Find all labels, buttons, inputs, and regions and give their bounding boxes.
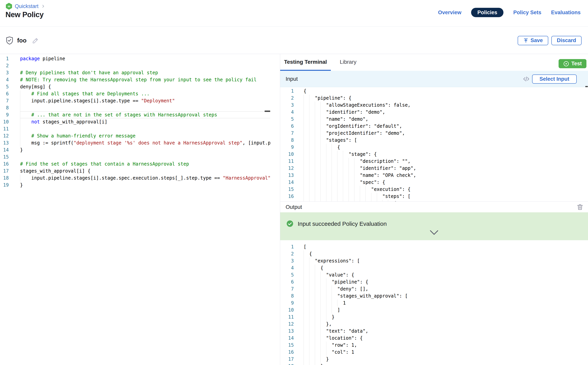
tab-evaluations[interactable]: Evaluations xyxy=(551,8,581,17)
code-line[interactable]: 18} xyxy=(280,363,588,365)
indent-guide xyxy=(343,193,349,200)
code-token: { xyxy=(321,265,323,271)
tab-policy-sets[interactable]: Policy Sets xyxy=(513,8,541,17)
code-line[interactable]: 3"expressions": [ xyxy=(280,257,588,264)
code-token: } xyxy=(321,364,323,365)
code-line[interactable]: 5"name": "demo", xyxy=(280,116,588,123)
clear-output-trash-icon[interactable] xyxy=(576,203,584,211)
code-line[interactable]: 6# Find all stages that are Deployments … xyxy=(0,90,270,97)
code-view-icon[interactable] xyxy=(523,76,530,82)
code-line[interactable]: 3# Deny pipelines that don't have an app… xyxy=(0,69,270,76)
svg-text:∞: ∞ xyxy=(7,4,11,9)
indent-guide xyxy=(304,314,309,321)
code-line[interactable]: 7input.pipeline.stages[i].stage.type == … xyxy=(0,97,270,104)
code-line[interactable]: 2{ xyxy=(280,250,588,257)
page-title: New Policy xyxy=(6,11,44,19)
indent-guide xyxy=(321,151,326,158)
code-line[interactable]: 11} xyxy=(280,314,588,321)
code-line[interactable]: 11 xyxy=(0,125,270,132)
code-line[interactable]: 10] xyxy=(280,307,588,314)
code-line[interactable]: 8"stages_with_approval": [ xyxy=(280,293,588,300)
indent-guide xyxy=(315,186,321,193)
chevron-down-icon[interactable] xyxy=(430,230,438,235)
indent-guide xyxy=(304,356,309,363)
code-line[interactable]: 12"identifier": "app", xyxy=(280,165,588,172)
indent-guide xyxy=(321,335,326,342)
code-line[interactable]: 12# Show a human-friendly error message xyxy=(0,132,270,140)
code-line[interactable]: 13msg := sprintf("deployment stage '%s' … xyxy=(0,140,270,147)
code-token: 1 xyxy=(343,300,346,306)
edit-name-icon[interactable] xyxy=(32,37,39,44)
code-line[interactable]: 4{ xyxy=(280,264,588,271)
code-line[interactable]: 10not stages_with_approval[i] xyxy=(0,118,270,125)
code-line[interactable]: 2"pipeline": { xyxy=(280,95,588,102)
code-line[interactable]: 17} xyxy=(280,356,588,363)
tab-library[interactable]: Library xyxy=(336,54,360,71)
code-line[interactable]: 18input.pipeline.stages[i].stage.spec.ex… xyxy=(0,175,270,182)
input-json-editor[interactable]: 1{2"pipeline": {3"allowStageExecutions":… xyxy=(280,87,588,201)
code-line[interactable]: 4# NOTE: Try removing the HarnessApprova… xyxy=(0,76,270,83)
code-line[interactable]: 1{ xyxy=(280,88,588,95)
code-line[interactable]: 5deny[msg] { xyxy=(0,83,270,90)
code-line[interactable]: 14} xyxy=(0,147,270,154)
indent-guide xyxy=(315,193,321,200)
code-line[interactable]: 11"description": "", xyxy=(280,158,588,165)
code-token: # Deny pipelines that don't have an appr… xyxy=(20,70,158,76)
code-line[interactable]: 10"stage": { xyxy=(280,151,588,158)
code-line[interactable]: 16"col": 1 xyxy=(280,349,588,356)
output-json-editor[interactable]: 1[2{3"expressions": [4{5"value": {6"pipe… xyxy=(280,242,588,365)
code-line[interactable]: 8 xyxy=(0,104,270,111)
code-line[interactable]: 16# Find the set of stages that contain … xyxy=(0,161,270,168)
code-line[interactable]: 6"orgIdentifier": "default", xyxy=(280,123,588,130)
indent-guide xyxy=(315,172,321,179)
code-line[interactable]: 6"pipeline": { xyxy=(280,278,588,285)
select-input-button[interactable]: Select Input xyxy=(532,75,577,84)
code-line[interactable]: 3"allowStageExecutions": false, xyxy=(280,102,588,109)
save-button[interactable]: Save xyxy=(518,36,548,45)
code-line[interactable]: 15"row": 1, xyxy=(280,342,588,349)
code-line[interactable]: 4"identifier": "demo", xyxy=(280,109,588,116)
indent-guide xyxy=(332,300,337,307)
breadcrumb-link-quickstart[interactable]: Quickstart xyxy=(15,3,39,9)
indent-guide xyxy=(315,307,321,314)
tab-testing-terminal[interactable]: Testing Terminal xyxy=(280,54,331,71)
code-line[interactable]: 16"steps": [ xyxy=(280,193,588,200)
indent-guide xyxy=(309,95,315,102)
code-line[interactable]: 13"name": "OPA check", xyxy=(280,172,588,179)
code-line[interactable]: 13"text": "data", xyxy=(280,328,588,335)
indent-guide xyxy=(382,200,388,201)
code-line[interactable]: 15 xyxy=(0,154,270,161)
indent-guide xyxy=(326,307,332,314)
test-button[interactable]: Test xyxy=(559,59,587,68)
code-line[interactable]: 17stages_with_approval[i] { xyxy=(0,168,270,175)
code-line[interactable]: 91 xyxy=(280,300,588,307)
indent-guide xyxy=(321,144,326,151)
code-line[interactable]: 17{ xyxy=(280,200,588,201)
code-line[interactable]: 12}, xyxy=(280,321,588,328)
discard-button[interactable]: Discard xyxy=(551,36,581,45)
code-line[interactable]: 7"projectIdentifier": "demo", xyxy=(280,130,588,137)
code-line[interactable]: 1package pipeline xyxy=(0,55,270,62)
code-line[interactable]: 9{ xyxy=(280,144,588,151)
line-number: 8 xyxy=(280,137,294,144)
code-line[interactable]: 15"execution": { xyxy=(280,186,588,193)
indent-guide xyxy=(321,349,326,356)
indent-guide xyxy=(360,200,365,201)
code-line[interactable]: 8"stages": [ xyxy=(280,137,588,144)
input-label: Input xyxy=(286,71,298,87)
code-line[interactable]: 1[ xyxy=(280,243,588,250)
code-token: "col": 1 xyxy=(332,349,354,355)
code-line[interactable]: 2 xyxy=(0,62,270,69)
indent-guide xyxy=(365,193,371,200)
indent-guide xyxy=(321,130,326,137)
tab-overview[interactable]: Overview xyxy=(438,8,461,17)
code-line[interactable]: 19} xyxy=(0,182,270,189)
code-line[interactable]: 7"deny": [], xyxy=(280,285,588,293)
policy-code-editor[interactable]: 1package pipeline23# Deny pipelines that… xyxy=(0,54,270,365)
code-line[interactable]: 5"value": { xyxy=(280,271,588,278)
code-line[interactable]: 14"location": { xyxy=(280,335,588,342)
tab-policies[interactable]: Policies xyxy=(471,8,503,17)
code-token: }, xyxy=(326,321,332,327)
code-line[interactable]: 9# ... that are not in the set of stages… xyxy=(0,111,270,118)
code-line[interactable]: 14"spec": { xyxy=(280,179,588,186)
